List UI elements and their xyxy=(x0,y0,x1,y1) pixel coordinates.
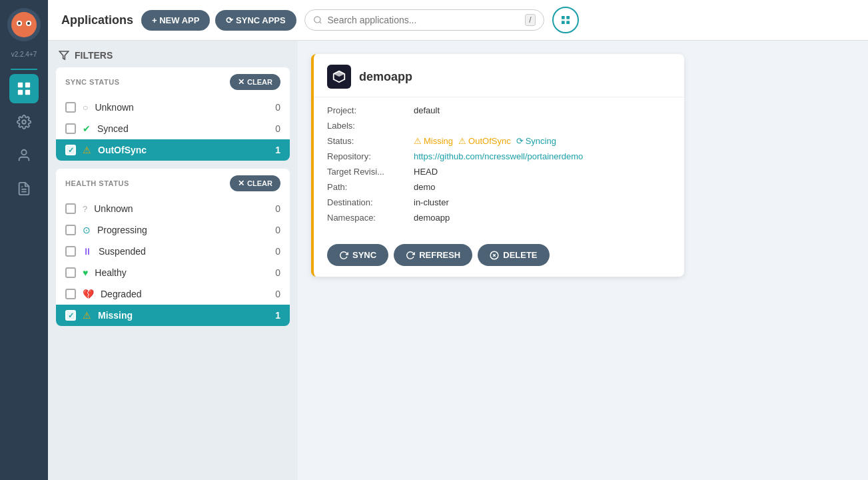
svg-rect-10 xyxy=(562,16,565,19)
refresh-icon xyxy=(406,251,415,260)
status-row: Status: ⚠ Missing ⚠ OutOfSync ⟳ xyxy=(327,136,671,146)
repository-link[interactable]: https://github.com/ncresswell/portainerd… xyxy=(414,151,583,161)
repository-row: Repository: https://github.com/ncresswel… xyxy=(327,151,671,161)
unknown-sync-icon: ○ xyxy=(83,102,88,113)
health-unknown-item[interactable]: ? Unknown 0 xyxy=(56,198,290,219)
degraded-icon: 💔 xyxy=(83,289,94,299)
app-card-actions: SYNC REFRESH DELETE xyxy=(314,236,684,277)
svg-rect-2 xyxy=(18,90,23,95)
labels-row: Labels: xyxy=(327,121,671,131)
health-suspended-checkbox[interactable] xyxy=(65,246,76,257)
project-row: Project: default xyxy=(327,105,671,115)
search-input[interactable] xyxy=(328,15,520,25)
app-details: Project: default Labels: Status: ⚠ Missi… xyxy=(314,97,684,236)
health-progressing-checkbox[interactable] xyxy=(65,225,76,235)
sync-outofsync-checkbox[interactable] xyxy=(65,145,76,155)
sync-status-header: SYNC STATUS ✕ CLEAR xyxy=(56,67,290,97)
missing-badge-icon: ⚠ xyxy=(414,136,422,146)
svg-rect-3 xyxy=(25,90,30,95)
health-unknown-icon: ? xyxy=(83,204,87,214)
grid-view-button[interactable] xyxy=(552,7,579,33)
destination-row: Destination: in-cluster xyxy=(327,197,671,207)
sync-outofsync-count: 1 xyxy=(275,145,280,155)
kbd-slash: / xyxy=(525,14,535,26)
sync-apps-button[interactable]: ⟳ SYNC APPS xyxy=(215,10,296,31)
health-status-section: HEALTH STATUS ✕ CLEAR ? Unknown 0 xyxy=(56,169,290,326)
health-status-clear-button[interactable]: ✕ CLEAR xyxy=(230,175,280,191)
sync-unknown-label: Unknown xyxy=(95,102,133,113)
synced-icon: ✔ xyxy=(83,123,91,134)
sidebar-item-apps[interactable] xyxy=(9,74,39,103)
labels-label: Labels: xyxy=(327,121,414,131)
repository-label: Repository: xyxy=(327,151,414,161)
health-missing-label: Missing xyxy=(98,310,133,321)
svg-rect-11 xyxy=(566,16,570,19)
svg-marker-14 xyxy=(59,51,68,59)
refresh-button[interactable]: REFRESH xyxy=(394,244,472,266)
svg-rect-13 xyxy=(566,21,570,24)
target-revision-row: Target Revisi... HEAD xyxy=(327,167,671,177)
version-text: v2.2.4+7 xyxy=(11,51,37,58)
health-degraded-item[interactable]: 💔 Degraded 0 xyxy=(56,283,290,305)
sync-synced-label: Synced xyxy=(97,123,129,134)
health-suspended-label: Suspended xyxy=(99,246,146,257)
svg-marker-15 xyxy=(333,71,345,77)
outofsync-badge: ⚠ OutOfSync xyxy=(458,136,511,146)
outofsync-icon: ⚠ xyxy=(83,145,91,155)
status-label: Status: xyxy=(327,136,414,146)
health-unknown-count: 0 xyxy=(275,203,280,214)
svg-point-5 xyxy=(21,150,26,155)
search-icon xyxy=(313,15,322,25)
delete-icon xyxy=(490,251,499,260)
syncing-badge-icon: ⟳ xyxy=(516,136,524,146)
missing-badge: ⚠ Missing xyxy=(414,136,453,146)
health-healthy-item[interactable]: ♥ Healthy 0 xyxy=(56,262,290,283)
sync-button[interactable]: SYNC xyxy=(327,244,388,266)
status-badges: ⚠ Missing ⚠ OutOfSync ⟳ Syncing xyxy=(414,136,671,146)
health-healthy-checkbox[interactable] xyxy=(65,267,76,278)
health-missing-checkbox[interactable] xyxy=(65,310,76,321)
sync-status-section: SYNC STATUS ✕ CLEAR ○ Unknown 0 xyxy=(56,67,290,161)
search-bar: / xyxy=(304,9,544,31)
sync-synced-count: 0 xyxy=(275,123,280,134)
syncing-badge: ⟳ Syncing xyxy=(516,136,556,146)
sidebar-item-user[interactable] xyxy=(9,141,39,170)
app-card-header: demoapp xyxy=(314,54,684,97)
app-name: demoapp xyxy=(359,70,412,84)
sync-unknown-count: 0 xyxy=(275,102,280,113)
sidebar-item-docs[interactable] xyxy=(9,174,39,203)
sync-unknown-checkbox[interactable] xyxy=(65,102,76,113)
sync-outofsync-item[interactable]: ⚠ OutOfSync 1 xyxy=(56,139,290,161)
health-unknown-checkbox[interactable] xyxy=(65,203,76,214)
namespace-label: Namespace: xyxy=(327,213,414,223)
filters-header: FILTERS xyxy=(48,41,298,67)
health-missing-item[interactable]: ⚠ Missing 1 xyxy=(56,305,290,326)
health-suspended-item[interactable]: ⏸ Suspended 0 xyxy=(56,241,290,262)
health-unknown-label: Unknown xyxy=(94,203,133,214)
sync-synced-item[interactable]: ✔ Synced 0 xyxy=(56,118,290,139)
health-progressing-item[interactable]: ⊙ Progressing 0 xyxy=(56,219,290,241)
sync-synced-checkbox[interactable] xyxy=(65,123,76,134)
health-progressing-count: 0 xyxy=(275,225,280,235)
app-card-demoapp: demoapp Project: default Labels: Status: xyxy=(311,54,684,277)
missing-icon: ⚠ xyxy=(83,310,91,321)
health-degraded-checkbox[interactable] xyxy=(65,289,76,299)
svg-line-9 xyxy=(319,22,321,24)
sync-status-clear-button[interactable]: ✕ CLEAR xyxy=(230,74,280,90)
sidebar-item-settings[interactable] xyxy=(9,107,39,137)
svg-point-4 xyxy=(22,120,26,124)
sync-status-title: SYNC STATUS xyxy=(65,78,120,86)
new-app-button[interactable]: + NEW APP xyxy=(141,10,210,31)
header: Applications + NEW APP ⟳ SYNC APPS / xyxy=(48,0,868,41)
suspended-icon: ⏸ xyxy=(83,246,92,257)
sync-unknown-item[interactable]: ○ Unknown 0 xyxy=(56,97,290,118)
svg-point-8 xyxy=(314,17,320,23)
page-title: Applications xyxy=(61,13,133,27)
project-value: default xyxy=(414,105,671,115)
destination-label: Destination: xyxy=(327,197,414,207)
health-status-header: HEALTH STATUS ✕ CLEAR xyxy=(56,169,290,198)
health-progressing-label: Progressing xyxy=(97,225,147,235)
main-content: Applications + NEW APP ⟳ SYNC APPS / FIL… xyxy=(48,0,868,480)
git-icon xyxy=(327,65,351,89)
delete-button[interactable]: DELETE xyxy=(478,244,549,266)
